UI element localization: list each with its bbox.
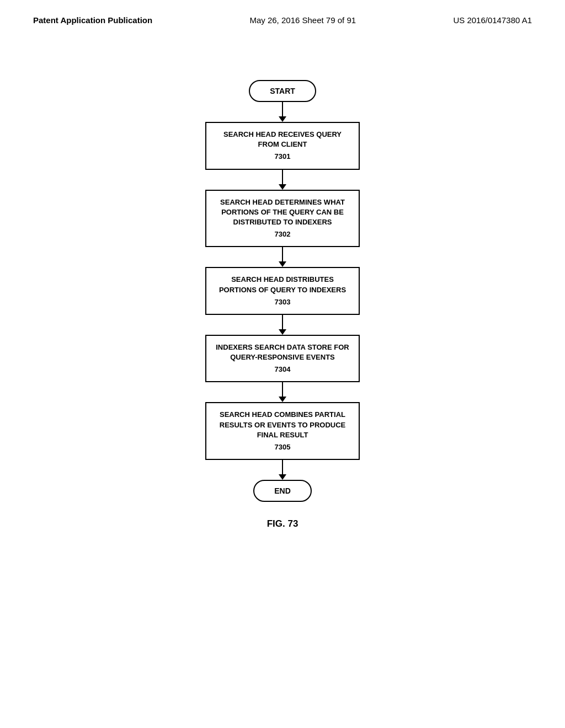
page-header: Patent Application Publication May 26, 2… (0, 0, 565, 25)
sheet-info: May 26, 2016 Sheet 79 of 91 (249, 15, 356, 25)
step-7301: SEARCH HEAD RECEIVES QUERY FROM CLIENT 7… (205, 122, 360, 170)
arrow-head-3 (279, 261, 286, 267)
step-7305-number: 7305 (215, 442, 350, 452)
arrow-head-4 (279, 329, 286, 335)
step-7302-text: SEARCH HEAD DETERMINES WHAT PORTIONS OF … (220, 198, 345, 226)
arrow-6 (279, 460, 286, 480)
step-7305-text: SEARCH HEAD COMBINES PARTIAL RESULTS OR … (220, 410, 346, 438)
step-7302: SEARCH HEAD DETERMINES WHAT PORTIONS OF … (205, 190, 360, 248)
step-7303-text: SEARCH HEAD DISTRIBUTES PORTIONS OF QUER… (219, 275, 346, 293)
step-7301-number: 7301 (215, 152, 350, 162)
step-7304-text: INDEXERS SEARCH DATA STORE FOR QUERY-RES… (216, 343, 349, 361)
arrow-head-1 (279, 116, 286, 122)
start-node: START (249, 80, 316, 102)
arrow-line-5 (282, 382, 283, 397)
arrow-line-6 (282, 460, 283, 474)
diagram-area: START SEARCH HEAD RECEIVES QUERY FROM CL… (0, 25, 565, 529)
end-label: END (274, 486, 291, 495)
end-node: END (253, 480, 312, 502)
step-7303: SEARCH HEAD DISTRIBUTES PORTIONS OF QUER… (205, 267, 360, 315)
arrow-3 (279, 247, 286, 267)
step-7303-number: 7303 (215, 297, 350, 307)
arrow-line-3 (282, 247, 283, 261)
arrow-line-4 (282, 315, 283, 329)
arrow-head-6 (279, 474, 286, 480)
arrow-2 (279, 170, 286, 190)
flowchart: START SEARCH HEAD RECEIVES QUERY FROM CL… (205, 80, 360, 529)
arrow-5 (279, 382, 286, 402)
arrow-4 (279, 315, 286, 335)
step-7302-number: 7302 (215, 229, 350, 239)
step-7304: INDEXERS SEARCH DATA STORE FOR QUERY-RES… (205, 335, 360, 383)
arrow-head-5 (279, 397, 286, 402)
fig-label: FIG. 73 (267, 518, 299, 529)
start-label: START (270, 87, 295, 95)
step-7301-text: SEARCH HEAD RECEIVES QUERY FROM CLIENT (223, 130, 342, 148)
arrow-line-1 (282, 102, 283, 116)
step-7304-number: 7304 (215, 365, 350, 374)
publication-label: Patent Application Publication (33, 15, 152, 25)
arrow-head-2 (279, 184, 286, 190)
step-7305: SEARCH HEAD COMBINES PARTIAL RESULTS OR … (205, 402, 360, 460)
arrow-1 (279, 102, 286, 122)
patent-number: US 2016/0147380 A1 (453, 15, 532, 25)
arrow-line-2 (282, 170, 283, 184)
